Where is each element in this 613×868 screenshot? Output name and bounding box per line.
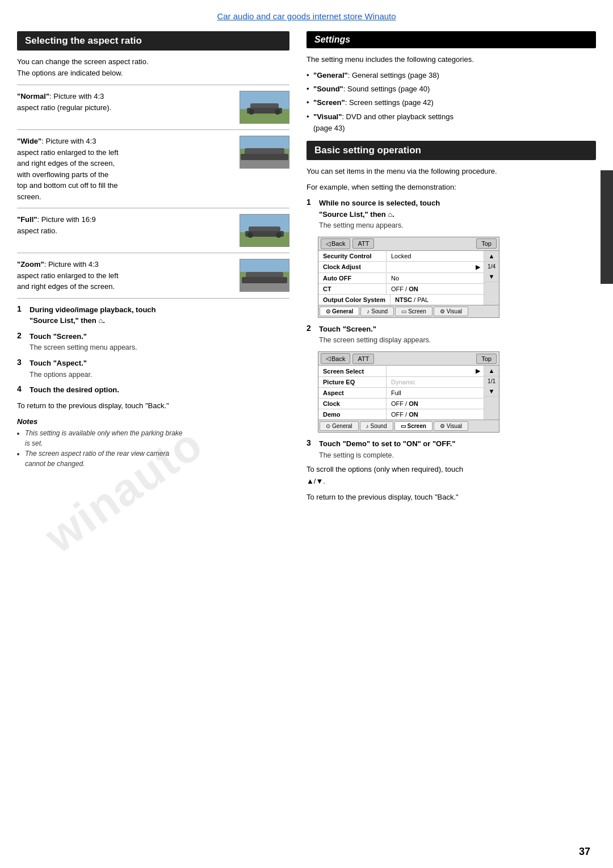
- ui-tabs-1: ⊙ General ♪ Sound ▭ Screen ⚙: [318, 305, 499, 317]
- example-text: For example, when setting the demonstrat…: [306, 182, 596, 193]
- step-1: 1 During video/image playback, touch"Sou…: [17, 304, 289, 326]
- ui-panel-2: ◁ Back ATT Top Screen Select: [318, 351, 499, 433]
- ui-panel-2-body: Screen Select ▶ Picture EQ Dynamic Aspec…: [318, 366, 499, 420]
- aspect-zoom-label: "Zoom": Picture with 4:3aspect ratio enl…: [17, 260, 119, 291]
- aspect-intro: You can change the screen aspect ratio.T…: [17, 56, 289, 79]
- top-button-2[interactable]: Top: [476, 354, 497, 364]
- notes-list: This setting is available only when the …: [17, 428, 289, 469]
- visual-icon: ⚙: [440, 308, 445, 315]
- scroll-btns-2: ▲ 1/1 ▼: [484, 366, 499, 420]
- return-note: To return to the previous display, touch…: [17, 400, 289, 412]
- att-button-1[interactable]: ATT: [352, 238, 374, 249]
- aspect-full: "Full": Picture with 16:9aspect ratio.: [17, 214, 289, 247]
- scroll-note: To scroll the options (only when require…: [306, 464, 596, 487]
- right-step-2-sub: The screen setting display appears.: [319, 336, 431, 344]
- right-step-2: 2 Touch "Screen." The screen setting dis…: [306, 324, 596, 346]
- right-step-1: 1 While no source is selected, touch"Sou…: [306, 198, 596, 231]
- right-step-3-num: 3: [306, 438, 316, 447]
- back-arrow-icon: ◁: [326, 240, 330, 248]
- scroll-btns-1: ▲ 1/4 ▼: [484, 251, 499, 305]
- top-button-1[interactable]: Top: [476, 238, 497, 249]
- tab-sound-2[interactable]: ♪ Sound: [360, 421, 393, 431]
- bullet-screen: "Screen": Screen settings (page 42): [306, 97, 596, 108]
- sound-icon: ♪: [367, 308, 370, 315]
- right-step-2-num: 2: [306, 324, 316, 333]
- back-button-2[interactable]: ◁ Back: [321, 353, 350, 364]
- scroll-up-1[interactable]: ▲: [484, 251, 499, 262]
- tab-general-1[interactable]: ⊙ General: [320, 307, 359, 316]
- aspect-zoom-img: [240, 259, 289, 292]
- step-3-sub: The options appear.: [30, 371, 93, 379]
- notes-title: Notes: [17, 417, 289, 426]
- att-button-2[interactable]: ATT: [352, 354, 374, 364]
- step-2-sub: The screen setting menu appears.: [30, 343, 137, 351]
- scroll-down-2[interactable]: ▼: [484, 386, 499, 397]
- row-picture-eq: Picture EQ Dynamic: [318, 377, 484, 388]
- row-screen-select: Screen Select ▶: [318, 366, 484, 377]
- page-number: 37: [579, 846, 590, 858]
- basic-setting-title: Basic setting operation: [306, 141, 596, 160]
- ui-tabs-2: ⊙ General ♪ Sound ▭ Screen ⚙: [318, 420, 499, 432]
- notes-section: Notes This setting is available only whe…: [17, 417, 289, 469]
- tab-screen-2[interactable]: ▭ Screen: [394, 421, 433, 431]
- aspect-steps: 1 During video/image playback, touch"Sou…: [17, 304, 289, 396]
- tab-general-2[interactable]: ⊙ General: [320, 421, 359, 431]
- bullet-visual: "Visual": DVD and other playback setting…: [306, 111, 596, 134]
- right-step-1-sub: The setting menu appears.: [319, 221, 404, 229]
- tab-visual-2[interactable]: ⚙ Visual: [434, 421, 468, 431]
- row-ct: CT OFF / ON: [318, 284, 484, 295]
- settings-title: Settings: [306, 31, 596, 48]
- screen-icon: ▭: [401, 308, 406, 315]
- row-clock-adjust: Clock Adjust ▶: [318, 262, 484, 273]
- basic-intro: You can set items in the menu via the fo…: [306, 166, 596, 177]
- tab-sound-1[interactable]: ♪ Sound: [360, 307, 394, 316]
- back-button-1[interactable]: ◁ Back: [321, 238, 350, 249]
- row-clock: Clock OFF / ON: [318, 399, 484, 409]
- right-step-3-sub: The setting is complete.: [319, 451, 394, 459]
- step-2: 2 Touch "Screen." The screen setting men…: [17, 331, 289, 353]
- ui-panel-2-top: ◁ Back ATT Top: [318, 352, 499, 366]
- step-4-title: Touch the desired option.: [30, 385, 119, 394]
- aspect-normal: "Normal": Picture with 4:3aspect ratio (…: [17, 91, 289, 124]
- ui-panel-1: ◁ Back ATT Top Security Control Locked: [318, 237, 499, 318]
- row-security: Security Control Locked: [318, 251, 484, 262]
- general-icon: ⊙: [326, 308, 330, 315]
- aspect-wide-label: "Wide": Picture with 4:3aspect ratio enl…: [17, 137, 119, 201]
- note-1: This setting is available only when the …: [25, 428, 289, 448]
- step-1-num: 1: [17, 304, 26, 313]
- row-auto-off: Auto OFF No: [318, 273, 484, 284]
- row-output-color: Output Color System NTSC / PAL: [318, 295, 484, 305]
- sidebar-bar: [601, 170, 613, 284]
- tab-visual-1[interactable]: ⚙ Visual: [434, 307, 468, 316]
- step-2-title: Touch "Screen.": [30, 332, 87, 341]
- step-2-num: 2: [17, 331, 26, 340]
- right-step-2-title: Touch "Screen.": [319, 325, 376, 333]
- back-label: Back: [331, 240, 345, 247]
- right-step-3-title: Touch "Demo" to set to "ON" or "OFF.": [319, 439, 455, 448]
- screen-icon-2: ▭: [401, 423, 406, 429]
- right-step-1-title: While no source is selected, touch"Sourc…: [319, 199, 440, 219]
- aspect-full-label: "Full": Picture with 16:9aspect ratio.: [17, 215, 96, 235]
- ui-panel-1-body: Security Control Locked Clock Adjust ▶ A…: [318, 251, 499, 305]
- step-4: 4 Touch the desired option.: [17, 384, 289, 396]
- scroll-down-1[interactable]: ▼: [484, 271, 499, 282]
- row-demo: Demo OFF / ON: [318, 409, 484, 420]
- back-label-2: Back: [331, 355, 345, 362]
- aspect-zoom: "Zoom": Picture with 4:3aspect ratio enl…: [17, 259, 289, 292]
- aspect-normal-label: "Normal": Picture with 4:3aspect ratio (…: [17, 92, 111, 112]
- row-aspect: Aspect Full: [318, 388, 484, 399]
- ui-panel-1-top: ◁ Back ATT Top: [318, 237, 499, 251]
- settings-bullets: "General": General settings (page 38) "S…: [306, 70, 596, 134]
- bullet-sound: "Sound": Sound settings (page 40): [306, 83, 596, 95]
- section-title-aspect: Selecting the aspect ratio: [17, 31, 289, 51]
- right-step-3: 3 Touch "Demo" to set to "ON" or "OFF." …: [306, 438, 596, 460]
- right-column: Settings The setting menu includes the f…: [306, 31, 596, 508]
- top-link[interactable]: Car audio and car goods internet store W…: [17, 11, 596, 21]
- visual-icon-2: ⚙: [440, 423, 445, 429]
- bullet-general: "General": General settings (page 38): [306, 70, 596, 81]
- scroll-up-2[interactable]: ▲: [484, 366, 499, 376]
- step-3-num: 3: [17, 358, 26, 367]
- sound-icon-2: ♪: [366, 423, 369, 429]
- note-2: The screen aspect ratio of the rear view…: [25, 448, 289, 469]
- tab-screen-1[interactable]: ▭ Screen: [395, 307, 433, 316]
